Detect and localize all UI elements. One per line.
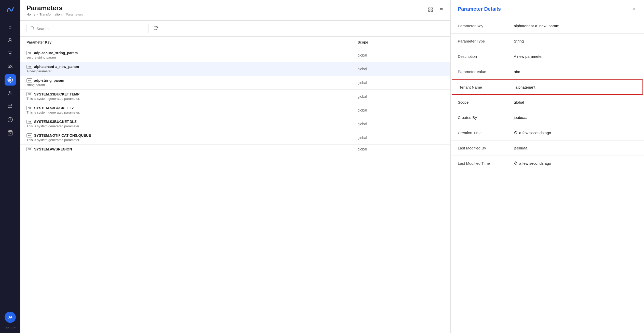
svg-point-5 <box>9 91 11 93</box>
detail-field-value-container: jeebuaa <box>514 115 527 120</box>
breadcrumb: Home › Transformation › Parameters <box>26 12 83 16</box>
svg-point-18 <box>31 26 34 29</box>
page-title: Parameters <box>26 4 83 12</box>
table-row[interactable]: AB SYSTEM.NOTIFICATIONS.QUEUE This is sy… <box>20 131 450 145</box>
detail-header: Parameter Details × <box>451 0 644 18</box>
svg-rect-11 <box>431 10 433 11</box>
grid-view-button[interactable] <box>427 6 434 15</box>
detail-field-value-container: alphatenant <box>515 85 535 89</box>
parameters-table-container: Parameter Key Scope AB adp-secure_string… <box>20 37 450 333</box>
detail-field-value: global <box>514 100 524 104</box>
detail-field-row: Creation Time a few seconds ago <box>451 125 644 141</box>
svg-rect-10 <box>429 10 430 11</box>
param-key-name: AB SYSTEM.S3BUCKET.LZ <box>26 106 345 110</box>
detail-field-label: Created By <box>458 115 514 120</box>
param-description: This is system generated parameter. <box>26 110 345 114</box>
app-logo[interactable] <box>5 4 16 15</box>
detail-field-label: Parameter Type <box>458 39 514 43</box>
detail-field-label: Last Modified By <box>458 146 514 150</box>
refresh-button[interactable] <box>152 24 159 33</box>
table-row[interactable]: AB adp-secure_string_param secure string… <box>20 48 450 62</box>
detail-field-row: Parameter Type String <box>451 34 644 49</box>
sidebar-item-home[interactable]: ⌂ <box>5 21 16 33</box>
detail-field-row: Tenant Name alphatenant <box>452 79 643 95</box>
param-description: This is system generated parameter. <box>26 124 345 128</box>
detail-field-label: Parameter Value <box>458 70 514 74</box>
detail-field-value: alphatenant <box>515 85 535 89</box>
col-header-key: Parameter Key <box>20 37 351 48</box>
param-type-icon: AB <box>26 106 32 110</box>
page-header: Parameters Home › Transformation › Param… <box>20 0 450 21</box>
detail-field-row: Description A new parameter <box>451 49 644 64</box>
table-row[interactable]: AB SYSTEM.S3BUCKET.TEMP This is system g… <box>20 90 450 103</box>
sidebar-item-bag[interactable] <box>5 127 16 138</box>
table-row[interactable]: AB SYSTEM.AWSREGION global <box>20 145 450 154</box>
svg-point-2 <box>9 65 10 67</box>
param-key-cell: AB alphatenant-a_new_param A new paramet… <box>20 62 351 76</box>
table-row[interactable]: AB adp-string_param string param global <box>20 76 450 90</box>
time-icon: a few seconds ago <box>514 131 551 135</box>
param-key-cell: AB SYSTEM.AWSREGION <box>20 145 351 154</box>
sidebar-item-person[interactable] <box>5 88 16 99</box>
search-icon <box>30 26 34 31</box>
breadcrumb-current: Parameters <box>66 12 83 16</box>
param-description: A new parameter <box>26 69 345 73</box>
col-header-scope: Scope <box>351 37 450 48</box>
param-key-name: AB SYSTEM.S3BUCKET.DLZ <box>26 120 345 124</box>
sidebar-item-transform[interactable] <box>5 101 16 112</box>
detail-field-value-container: abc <box>514 70 520 74</box>
param-description: secure string param <box>26 55 345 59</box>
param-type-icon: AB <box>26 147 32 151</box>
user-avatar[interactable]: JA <box>5 312 16 323</box>
param-type-icon: AB <box>26 65 32 69</box>
param-type-icon: AB <box>26 133 32 137</box>
param-scope-cell: global <box>351 90 450 103</box>
table-row[interactable]: AB SYSTEM.S3BUCKET.DLZ This is system ge… <box>20 117 450 131</box>
detail-field-row: Last Modified By jeebuaa <box>451 141 644 156</box>
sidebar-item-settings[interactable] <box>5 74 16 86</box>
svg-point-1 <box>9 38 11 40</box>
table-row[interactable]: AB SYSTEM.S3BUCKET.LZ This is system gen… <box>20 103 450 117</box>
param-type-icon: AB <box>26 51 32 55</box>
sidebar-item-users[interactable] <box>5 35 16 46</box>
detail-field-label: Creation Time <box>458 131 514 135</box>
param-scope-cell: global <box>351 103 450 117</box>
sidebar: ⌂ JA adp - V2.0 <box>0 0 20 333</box>
svg-point-3 <box>11 65 12 67</box>
svg-line-19 <box>33 29 34 30</box>
search-input[interactable] <box>36 26 145 31</box>
param-type-icon: AB <box>26 92 32 96</box>
breadcrumb-transformation[interactable]: Transformation <box>39 12 62 16</box>
table-row[interactable]: AB alphatenant-a_new_param A new paramet… <box>20 62 450 76</box>
sidebar-item-group[interactable] <box>5 61 16 72</box>
param-scope-cell: global <box>351 117 450 131</box>
param-key-name: AB SYSTEM.AWSREGION <box>26 147 345 151</box>
param-scope-cell: global <box>351 76 450 90</box>
app-version: adp - V2.0 <box>5 326 16 329</box>
param-description: This is system generated parameter. <box>26 97 345 101</box>
list-view-button[interactable] <box>437 6 444 15</box>
breadcrumb-sep1: › <box>37 12 38 16</box>
sidebar-item-filter[interactable] <box>5 48 16 59</box>
detail-field-row: Parameter Value abc <box>451 64 644 79</box>
detail-field-value-container: jeebuaa <box>514 146 527 150</box>
close-button[interactable]: × <box>632 5 637 13</box>
detail-field-value: abc <box>514 70 520 74</box>
param-key-name: AB alphatenant-a_new_param <box>26 65 345 69</box>
detail-title: Parameter Details <box>458 6 501 12</box>
search-box <box>26 24 149 33</box>
param-scope-cell: global <box>351 145 450 154</box>
breadcrumb-home[interactable]: Home <box>26 12 35 16</box>
sidebar-item-clock[interactable] <box>5 114 16 125</box>
param-type-icon: AB <box>26 78 32 82</box>
detail-field-row: Scope global <box>451 95 644 110</box>
parameters-table: Parameter Key Scope AB adp-secure_string… <box>20 37 450 154</box>
param-key-name: AB adp-string_param <box>26 78 345 82</box>
detail-field-label: Last Modified Time <box>458 161 514 165</box>
detail-field-value: jeebuaa <box>514 115 527 120</box>
detail-field-row: Parameter Key alphatenant-a_new_param <box>451 18 644 34</box>
param-key-cell: AB SYSTEM.NOTIFICATIONS.QUEUE This is sy… <box>20 131 351 145</box>
detail-field-row: Created By jeebuaa <box>451 110 644 125</box>
param-scope-cell: global <box>351 131 450 145</box>
param-key-name: AB adp-secure_string_param <box>26 51 345 55</box>
